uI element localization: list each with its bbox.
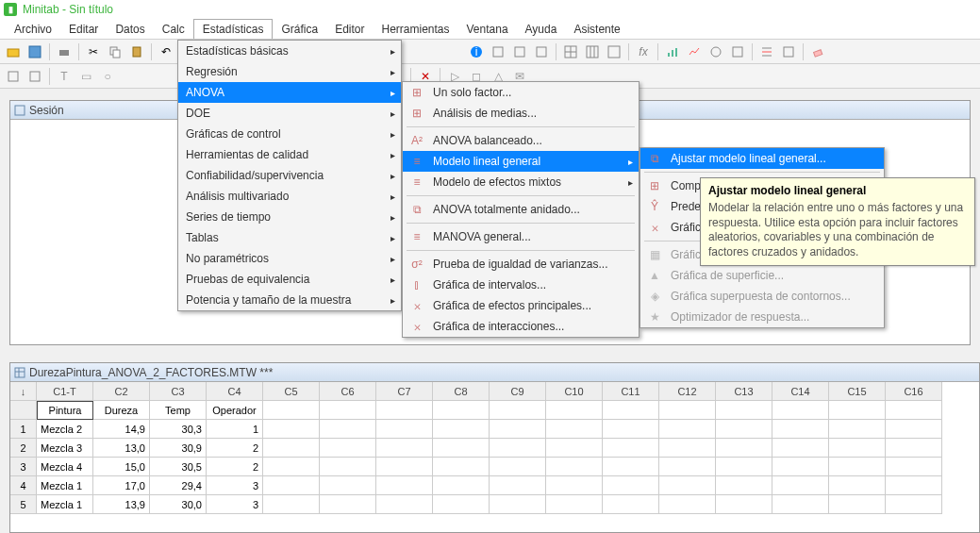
stats-item[interactable]: Confiabilidad/supervivencia▸ xyxy=(178,165,401,186)
data-cell[interactable]: 17,0 xyxy=(93,476,150,495)
row-header[interactable]: 4 xyxy=(10,476,37,495)
data-cell[interactable] xyxy=(490,495,546,514)
data-cell[interactable] xyxy=(546,458,603,476)
data-cell[interactable] xyxy=(320,439,376,458)
stats-item[interactable]: Gráficas de control▸ xyxy=(178,124,401,144)
data-cell[interactable]: 30,0 xyxy=(150,495,207,514)
data-grid[interactable]: ↓C1-TC2C3C4C5C6C7C8C9C10C11C12C13C14C15C… xyxy=(10,382,979,514)
help-icon[interactable]: i xyxy=(467,42,486,61)
chart-icon[interactable] xyxy=(779,42,798,61)
data-cell[interactable] xyxy=(716,458,772,476)
stats-item[interactable]: Series de tiempo▸ xyxy=(178,207,401,227)
data-cell[interactable] xyxy=(263,420,320,439)
column-name[interactable] xyxy=(829,401,886,420)
data-cell[interactable]: 2 xyxy=(207,439,263,458)
data-cell[interactable] xyxy=(603,476,659,495)
data-cell[interactable] xyxy=(263,495,320,514)
menu-asistente[interactable]: Asistente xyxy=(565,20,628,39)
undo-icon[interactable]: ↶ xyxy=(157,42,175,61)
tool-icon[interactable] xyxy=(489,42,507,61)
column-name[interactable] xyxy=(490,401,546,420)
data-cell[interactable] xyxy=(716,420,772,439)
data-cell[interactable] xyxy=(659,476,716,495)
tool-icon[interactable] xyxy=(532,42,551,61)
menu-archivo[interactable]: Archivo xyxy=(6,20,60,39)
data-cell[interactable]: 3 xyxy=(207,495,263,514)
stats-item[interactable]: Regresión▸ xyxy=(178,61,401,82)
cut-icon[interactable]: ✂ xyxy=(84,42,103,61)
menu-herramientas[interactable]: Herramientas xyxy=(374,20,458,39)
data-cell[interactable] xyxy=(320,476,376,495)
column-name[interactable] xyxy=(659,401,716,420)
column-header[interactable]: C10 xyxy=(546,382,603,401)
chart-icon[interactable] xyxy=(663,42,682,61)
data-cell[interactable] xyxy=(490,476,546,495)
data-cell[interactable] xyxy=(716,439,772,458)
column-header[interactable]: C16 xyxy=(886,382,942,401)
column-name[interactable]: Dureza xyxy=(93,401,150,420)
grid-icon[interactable] xyxy=(583,42,602,61)
row-header[interactable]: 3 xyxy=(10,458,37,476)
chart-icon[interactable] xyxy=(685,42,704,61)
column-header[interactable]: C9 xyxy=(490,382,546,401)
data-cell[interactable] xyxy=(886,420,942,439)
row-header[interactable]: 1 xyxy=(10,420,37,439)
data-cell[interactable] xyxy=(263,439,320,458)
tool-icon[interactable] xyxy=(4,67,23,86)
data-cell[interactable] xyxy=(772,476,829,495)
chart-icon[interactable] xyxy=(728,42,747,61)
data-cell[interactable]: 1 xyxy=(207,420,263,439)
data-cell[interactable] xyxy=(376,476,433,495)
data-cell[interactable] xyxy=(603,439,659,458)
data-cell[interactable] xyxy=(490,458,546,476)
data-cell[interactable] xyxy=(263,476,320,495)
column-header[interactable]: C1-T xyxy=(37,382,93,401)
data-cell[interactable] xyxy=(320,458,376,476)
data-cell[interactable] xyxy=(716,476,772,495)
column-name[interactable] xyxy=(433,401,490,420)
data-cell[interactable]: 30,5 xyxy=(150,458,207,476)
data-cell[interactable]: 13,0 xyxy=(93,439,150,458)
data-cell[interactable]: Mezcla 3 xyxy=(37,439,93,458)
column-header[interactable]: C12 xyxy=(659,382,716,401)
data-cell[interactable] xyxy=(433,420,490,439)
copy-icon[interactable] xyxy=(106,42,125,61)
data-cell[interactable]: Mezcla 1 xyxy=(37,495,93,514)
data-cell[interactable] xyxy=(829,458,886,476)
chart-icon[interactable] xyxy=(706,42,725,61)
data-cell[interactable]: 14,9 xyxy=(93,420,150,439)
column-name[interactable]: Pintura xyxy=(37,401,93,420)
data-cell[interactable] xyxy=(546,420,603,439)
glm-item[interactable]: ⧉Ajustar modelo lineal general... xyxy=(640,148,884,169)
menu-editor[interactable]: Editor xyxy=(326,20,373,39)
stats-item[interactable]: ANOVA▸ xyxy=(178,82,401,103)
data-cell[interactable] xyxy=(433,458,490,476)
data-cell[interactable] xyxy=(829,495,886,514)
stats-item[interactable]: Estadísticas básicas▸ xyxy=(178,41,401,61)
anova-item[interactable]: ⊞Un solo factor... xyxy=(403,82,639,103)
data-cell[interactable] xyxy=(546,495,603,514)
data-cell[interactable] xyxy=(546,439,603,458)
stats-item[interactable]: DOE▸ xyxy=(178,103,401,124)
data-cell[interactable]: 29,4 xyxy=(150,476,207,495)
data-cell[interactable] xyxy=(659,420,716,439)
data-cell[interactable] xyxy=(886,476,942,495)
grid-corner[interactable]: ↓ xyxy=(10,382,37,401)
data-cell[interactable] xyxy=(320,420,376,439)
tool-icon[interactable] xyxy=(510,42,529,61)
anova-item[interactable]: ≡MANOVA general... xyxy=(403,226,639,247)
data-cell[interactable]: 2 xyxy=(207,458,263,476)
data-cell[interactable] xyxy=(263,458,320,476)
column-name[interactable]: Operador xyxy=(207,401,263,420)
stats-item[interactable]: Herramientas de calidad▸ xyxy=(178,144,401,165)
data-cell[interactable] xyxy=(490,439,546,458)
data-cell[interactable]: Mezcla 2 xyxy=(37,420,93,439)
data-cell[interactable] xyxy=(886,458,942,476)
column-header[interactable]: C2 xyxy=(93,382,150,401)
column-name[interactable] xyxy=(772,401,829,420)
grid-icon[interactable] xyxy=(561,42,580,61)
data-cell[interactable] xyxy=(433,495,490,514)
data-cell[interactable]: 13,9 xyxy=(93,495,150,514)
data-cell[interactable]: 30,3 xyxy=(150,420,207,439)
menu-estadísticas[interactable]: Estadísticas xyxy=(193,19,274,39)
